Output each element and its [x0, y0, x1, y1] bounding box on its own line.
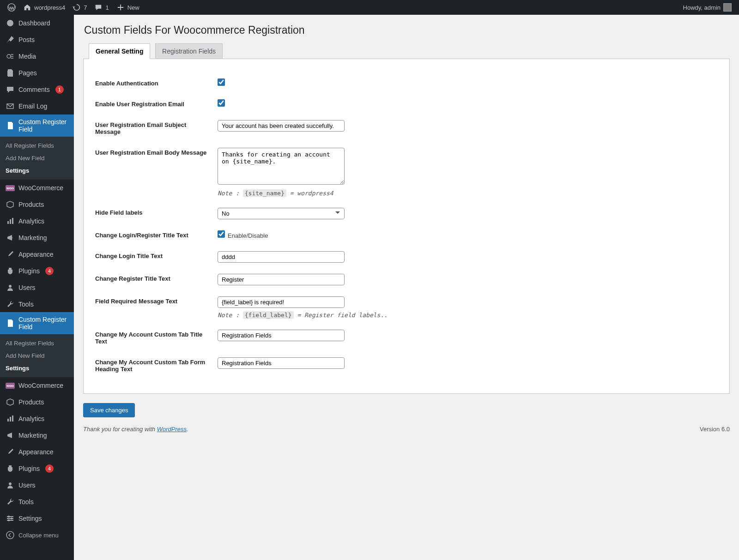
svg-point-16 — [8, 519, 10, 521]
submenu-settings[interactable]: Settings — [0, 164, 74, 177]
menu-analytics[interactable]: Analytics — [0, 213, 74, 229]
updates-count: 7 — [84, 4, 87, 11]
menu-products-dup[interactable]: Products — [0, 394, 74, 410]
menu-pages[interactable]: Pages — [0, 65, 74, 81]
input-required-msg[interactable] — [218, 296, 345, 308]
new-content-link[interactable]: New — [113, 0, 143, 15]
svg-rect-5 — [12, 218, 13, 224]
wordpress-icon — [7, 3, 16, 12]
account-link[interactable]: Howdy, admin — [679, 0, 735, 15]
plugin-icon — [6, 464, 15, 473]
plugins-badge-dup: 4 — [45, 464, 54, 473]
tab-general-setting[interactable]: General Setting — [89, 43, 150, 59]
menu-dashboard[interactable]: Dashboard — [0, 15, 74, 31]
label-enable-auth: Enable Authentication — [95, 73, 218, 94]
menu-plugins[interactable]: Plugins4 — [0, 263, 74, 279]
menu-users[interactable]: Users — [0, 279, 74, 296]
comment-icon — [94, 3, 103, 12]
menu-woocommerce[interactable]: wooWooCommerce — [0, 180, 74, 196]
menu-custom-register-field-dup[interactable]: Custom Register Field — [0, 312, 74, 334]
plugin-icon — [6, 266, 15, 276]
menu-custom-register-field[interactable]: Custom Register Field — [0, 114, 74, 137]
select-hide-labels[interactable]: No — [218, 208, 345, 219]
label-hide-labels: Hide Field labels — [95, 202, 218, 225]
submenu-add-new-dup[interactable]: Add New Field — [0, 349, 74, 362]
submenu-custom-register: All Register Fields Add New Field Settin… — [0, 137, 74, 180]
howdy-text: Howdy, admin — [683, 4, 721, 11]
input-tab-title[interactable] — [218, 330, 345, 341]
comments-count: 1 — [105, 4, 109, 11]
settings-icon — [6, 514, 15, 523]
dashboard-icon — [6, 18, 15, 28]
pin-icon — [6, 35, 15, 44]
checkbox-enable-auth[interactable] — [218, 78, 225, 86]
submenu-settings-dup[interactable]: Settings — [0, 362, 74, 374]
input-login-title[interactable] — [218, 251, 345, 263]
menu-media[interactable]: Media — [0, 48, 74, 65]
svg-point-14 — [8, 516, 10, 518]
label-email-body: User Registration Email Body Message — [95, 142, 218, 202]
menu-settings[interactable]: Settings — [0, 510, 74, 527]
menu-posts[interactable]: Posts — [0, 31, 74, 48]
label-required-msg: Field Required Message Text — [95, 291, 218, 324]
brush-icon — [6, 250, 15, 259]
textarea-email-body[interactable]: Thanks for creating an account on {site_… — [218, 148, 345, 185]
menu-users-dup[interactable]: Users — [0, 477, 74, 494]
input-email-subject[interactable] — [218, 120, 345, 132]
tab-registration-fields[interactable]: Registration Fields — [155, 43, 223, 59]
collapse-icon — [6, 530, 15, 540]
marketing-icon — [6, 233, 15, 242]
document-icon — [6, 121, 15, 130]
updates-link[interactable]: 7 — [69, 0, 91, 15]
svg-rect-7 — [7, 419, 9, 422]
media-icon — [6, 52, 15, 61]
menu-marketing-dup[interactable]: Marketing — [0, 427, 74, 444]
menu-plugins-dup[interactable]: Plugins4 — [0, 460, 74, 477]
menu-marketing[interactable]: Marketing — [0, 229, 74, 246]
svg-point-15 — [11, 518, 12, 519]
label-register-title: Change Register Title Text — [95, 268, 218, 291]
woo-icon: woo — [6, 381, 15, 390]
menu-tools[interactable]: Tools — [0, 296, 74, 313]
plus-icon — [116, 3, 125, 12]
menu-tools-dup[interactable]: Tools — [0, 494, 74, 510]
collapse-menu[interactable]: Collapse menu — [0, 527, 74, 543]
woo-icon: woo — [6, 183, 15, 193]
tab-nav: General Setting Registration Fields — [83, 43, 730, 59]
site-name-link[interactable]: wordpress4 — [19, 0, 69, 15]
footer-wp-link[interactable]: WordPress — [157, 426, 187, 433]
svg-rect-4 — [10, 219, 11, 224]
wp-logo[interactable] — [4, 0, 19, 15]
products-icon — [6, 200, 15, 209]
label-login-title: Change Login Title Text — [95, 246, 218, 268]
svg-rect-8 — [10, 417, 11, 422]
admin-sidebar: Dashboard Posts Media Pages Comments1 Em… — [0, 15, 74, 560]
inline-enable-disable: Enable/Disable — [228, 232, 268, 239]
menu-comments[interactable]: Comments1 — [0, 81, 74, 98]
menu-email-log[interactable]: Email Log — [0, 98, 74, 114]
menu-analytics-dup[interactable]: Analytics — [0, 410, 74, 427]
update-icon — [73, 3, 81, 12]
submenu-add-new[interactable]: Add New Field — [0, 152, 74, 164]
admin-bar: wordpress4 7 1 New Howdy, admin — [0, 0, 739, 15]
save-button[interactable]: Save changes — [83, 403, 135, 417]
tools-icon — [6, 300, 15, 309]
label-tab-heading: Change My Account Custom Tab Form Headin… — [95, 352, 218, 379]
submenu-all-fields[interactable]: All Register Fields — [0, 139, 74, 152]
submenu-all-fields-dup[interactable]: All Register Fields — [0, 337, 74, 349]
checkbox-enable-email[interactable] — [218, 99, 225, 107]
menu-appearance-dup[interactable]: Appearance — [0, 444, 74, 460]
footer: Thank you for creating with WordPress. V… — [83, 426, 730, 433]
avatar — [723, 3, 732, 12]
input-register-title[interactable] — [218, 274, 345, 285]
checkbox-change-title[interactable] — [218, 230, 225, 238]
svg-point-17 — [6, 531, 14, 539]
input-tab-heading[interactable] — [218, 357, 345, 369]
menu-woocommerce-dup[interactable]: wooWooCommerce — [0, 377, 74, 394]
comments-link[interactable]: 1 — [91, 0, 112, 15]
page-icon — [6, 68, 15, 78]
main-content: Custom Fields For Woocommerce Registrati… — [74, 15, 739, 560]
menu-products[interactable]: Products — [0, 196, 74, 213]
svg-rect-9 — [12, 415, 13, 422]
menu-appearance[interactable]: Appearance — [0, 246, 74, 263]
